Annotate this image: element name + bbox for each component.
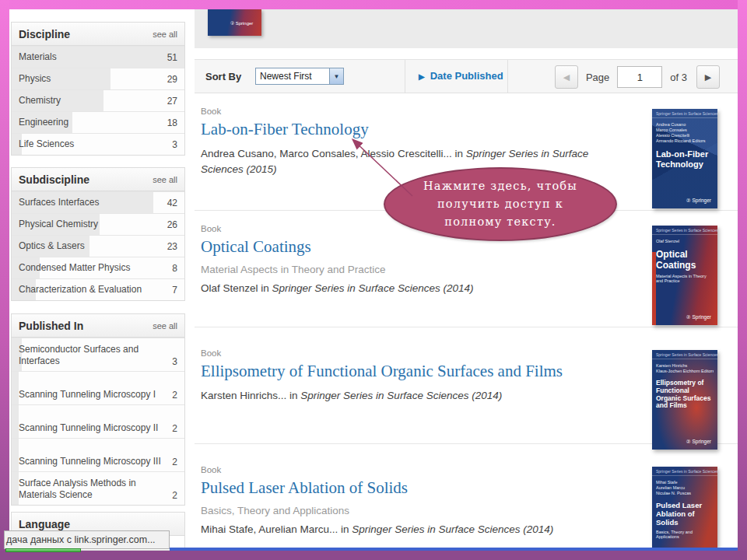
facet-discipline-header: see all Discipline (12, 23, 184, 46)
facet-item-optics-lasers[interactable]: Optics & Lasers23 (12, 235, 184, 257)
toolbar-divider (507, 60, 508, 93)
facet-published-in: see all Published In Semiconductor Surfa… (11, 313, 185, 506)
result-title-link[interactable]: Ellipsometry of Functional Organic Surfa… (201, 362, 630, 381)
sort-toolbar: Sort By Newest First ▼ ▶Date Published ◀… (195, 59, 738, 93)
callout-arrow (342, 131, 428, 202)
previous-page-button[interactable]: ◀ (555, 65, 578, 89)
result-ellipsometry: Book Ellipsometry of Functional Organic … (201, 348, 630, 404)
chevron-down-icon: ▼ (329, 68, 343, 84)
page-of-label: of 3 (670, 72, 687, 83)
facet-item-stm-1[interactable]: Scanning Tunneling Microscopy I2 (12, 371, 184, 404)
result-title-link[interactable]: Optical Coatings (201, 237, 630, 257)
facet-subdiscipline-header: see all Subdiscipline (12, 168, 184, 191)
facet-item-semiconductor-surfaces[interactable]: Semiconductor Surfaces and Interfaces3 (12, 338, 184, 371)
facet-item-physics[interactable]: Physics29 (12, 68, 184, 89)
published-in-see-all-link[interactable]: see all (153, 314, 177, 338)
facet-item-engineering[interactable]: Engineering18 (12, 111, 184, 133)
springer-logo: ② Springer (686, 439, 711, 445)
facet-item-surfaces-interfaces[interactable]: Surfaces Interfaces42 (12, 191, 184, 213)
results-top-band (195, 9, 738, 48)
sort-order-select[interactable]: Newest First ▼ (255, 68, 344, 85)
result-byline: Olaf Stenzel in Springer Series in Surfa… (201, 281, 630, 296)
facet-discipline: see all Discipline Materials51 Physics29… (11, 22, 185, 156)
triangle-right-icon: ▶ (419, 72, 425, 81)
result-title-link[interactable]: Pulsed Laser Ablation of Solids (201, 478, 630, 498)
slide-border-left (0, 0, 9, 560)
book-cover-lab-on-fiber[interactable]: Springer Series in Surface Sciences Andr… (652, 109, 717, 208)
next-page-button[interactable]: ▶ (696, 65, 720, 89)
facet-subdiscipline: see all Subdiscipline Surfaces Interface… (11, 167, 185, 301)
book-cover-optical-coatings[interactable]: Springer Series in Surface Sciences Olaf… (652, 226, 717, 325)
status-progress-bar (5, 548, 81, 552)
result-byline: Mihai Stafe, Aurelian Marcu... in Spring… (201, 522, 630, 537)
result-subtitle: Basics, Theory and Applications (201, 505, 630, 516)
result-separator (195, 327, 738, 327)
facet-item-physical-chemistry[interactable]: Physical Chemistry26 (12, 213, 184, 235)
facet-item-surface-analysis[interactable]: Surface Analysis Methods in Materials Sc… (12, 471, 184, 505)
result-subtitle: Material Aspects in Theory and Practice (201, 264, 630, 275)
content-type-label: Book (201, 348, 630, 358)
date-published-link[interactable]: ▶Date Published (419, 70, 503, 82)
slide-border-top (0, 0, 747, 9)
facet-published-in-header: see all Published In (12, 314, 184, 338)
pagination: ◀ Page of 3 ▶ (555, 65, 720, 89)
book-cover-ellipsometry[interactable]: Springer Series in Surface Sciences Kars… (652, 350, 717, 450)
page-number-input[interactable] (617, 66, 662, 88)
facet-item-materials[interactable]: Materials51 (12, 46, 184, 68)
facet-item-condensed-matter[interactable]: Condensed Matter Physics8 (12, 257, 184, 278)
page-label: Page (586, 72, 609, 83)
discipline-see-all-link[interactable]: see all (153, 23, 177, 46)
content-type-label: Book (201, 465, 630, 474)
toolbar-divider (405, 60, 405, 93)
partial-book-cover[interactable]: ② Springer (208, 9, 261, 36)
slide-border-bottom (0, 551, 747, 560)
browser-status-bar: дача данных с link.springer.com... (4, 530, 170, 549)
springer-logo: ② Springer (230, 20, 254, 26)
presentation-slide: ② Springer see all Discipline Materials5… (0, 0, 747, 560)
subdiscipline-see-all-link[interactable]: see all (153, 168, 177, 191)
result-pulsed-laser: Book Pulsed Laser Ablation of Solids Bas… (201, 465, 630, 537)
facet-item-characterization[interactable]: Characterization & Evaluation7 (12, 278, 184, 300)
book-cover-pulsed-laser[interactable]: Springer Series in Surface Sciences Miha… (652, 467, 717, 548)
sort-by-label: Sort By (205, 71, 241, 82)
content-type-label: Book (201, 107, 630, 116)
arrow-right-icon: ▶ (705, 72, 711, 82)
slide-border-right (738, 0, 747, 560)
facet-item-stm-3[interactable]: Scanning Tunneling Microscopy III2 (12, 438, 184, 471)
facet-item-stm-2[interactable]: Scanning Tunneling Microscopy II2 (12, 404, 184, 438)
result-optical-coatings: Book Optical Coatings Material Aspects i… (201, 224, 630, 296)
arrow-left-icon: ◀ (563, 72, 570, 82)
facet-item-chemistry[interactable]: Chemistry27 (12, 89, 184, 111)
result-byline: Karsten Hinrichs... in Springer Series i… (201, 388, 630, 404)
facet-item-life-sciences[interactable]: Life Sciences3 (12, 133, 184, 155)
springer-logo: ② Springer (686, 314, 711, 320)
springer-logo: ② Springer (686, 198, 711, 204)
